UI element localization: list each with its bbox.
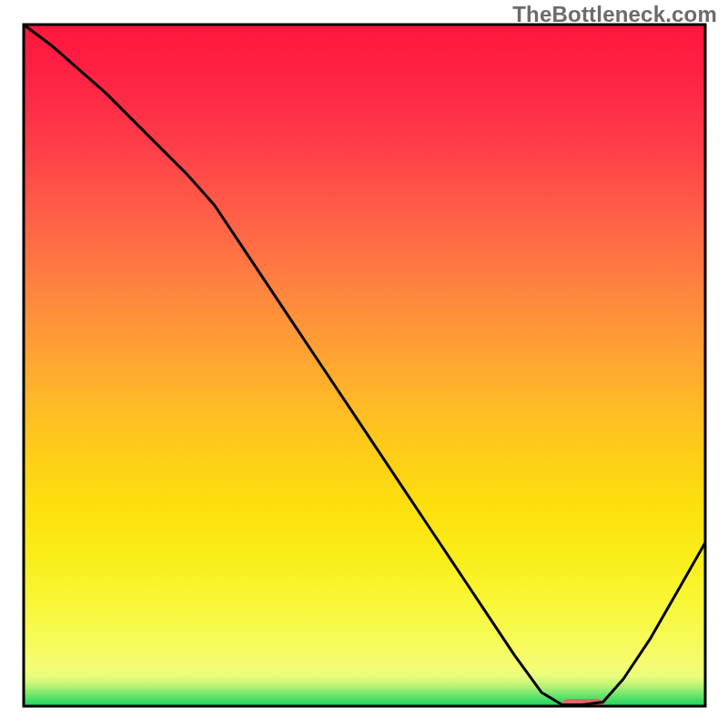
plot-background	[24, 25, 705, 706]
chart-svg	[0, 0, 728, 728]
chart-container: TheBottleneck.com	[0, 0, 728, 728]
